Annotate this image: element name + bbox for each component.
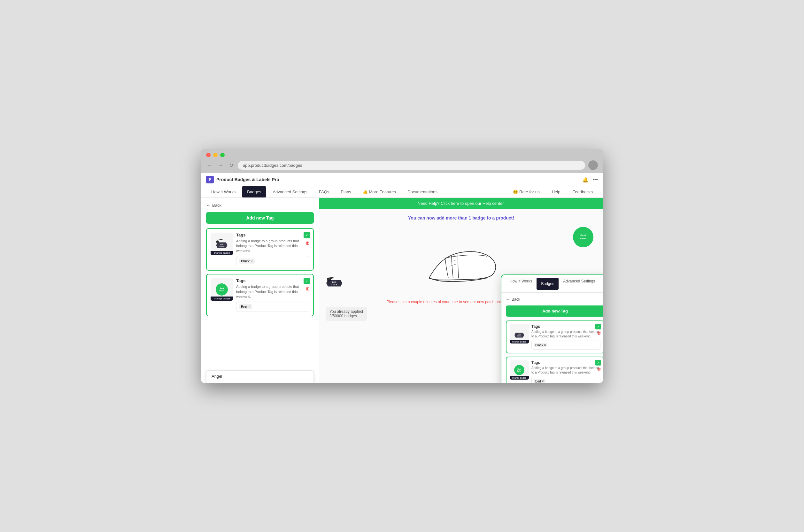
tag-title-2: Tags xyxy=(236,278,309,283)
floating-tag-content-2: Tags Adding a badge to a group products … xyxy=(531,360,600,383)
floating-change-badge-1[interactable]: change badge xyxy=(510,340,529,343)
help-banner[interactable]: Need Help? Click here to open our Help c… xyxy=(319,198,603,209)
floating-chip-black: Black × xyxy=(534,343,548,347)
chip-remove-bed[interactable]: × xyxy=(249,305,251,309)
delete-icon-1[interactable]: 🗑 xyxy=(306,240,310,245)
browser-dots xyxy=(206,153,598,157)
nav-feedbacks[interactable]: Feedbacks xyxy=(567,186,598,197)
floating-bs-line2: Seller xyxy=(517,370,521,372)
nav-faqs[interactable]: FAQs xyxy=(314,186,334,197)
shoe-image xyxy=(416,233,506,291)
tag-desc-2: Adding a badge to a group products that … xyxy=(236,284,309,299)
nav-more-features[interactable]: 👍 More Features xyxy=(358,186,401,197)
floating-chip-x-bed[interactable]: × xyxy=(542,380,544,383)
best-seller-badge: Best Seller xyxy=(216,283,228,296)
badge-preview-1: LOW STOCK change badge xyxy=(211,233,233,255)
back-arrow-icon: ← xyxy=(206,203,210,208)
nav-rate[interactable]: 😊 Rate for us xyxy=(508,186,544,197)
floating-nav-badges[interactable]: Badges xyxy=(537,278,559,290)
floating-tag-desc-1: Adding a badge to a group products that … xyxy=(531,330,600,339)
change-badge-btn-1[interactable]: change badge xyxy=(211,251,233,255)
floating-search-input[interactable] xyxy=(547,379,563,383)
delete-icon-2[interactable]: 🗑 xyxy=(306,286,310,291)
maximize-dot[interactable] xyxy=(220,153,225,157)
close-dot[interactable] xyxy=(206,153,211,157)
tag-chip-black: Black × xyxy=(239,259,255,264)
tag-search-input[interactable] xyxy=(253,304,273,309)
check-icon-2: ✓ xyxy=(304,278,310,284)
floating-back-arrow: ← xyxy=(506,297,510,302)
floating-check-2: ✓ xyxy=(595,360,601,365)
floating-check-1: ✓ xyxy=(595,324,601,329)
floating-tag-desc-2: Adding a badge to a group products that … xyxy=(531,366,600,375)
back-link[interactable]: ← Back xyxy=(206,203,314,208)
address-bar[interactable] xyxy=(238,161,585,170)
floating-change-badge-2[interactable]: change badge xyxy=(510,376,529,380)
floating-tag-content-1: Tags Adding a badge to a group products … xyxy=(531,324,600,349)
tag-dropdown: Angel Beads Bed ✓ Bird Black Blue xyxy=(206,370,314,383)
check-icon-1: ✓ xyxy=(304,232,310,239)
dropdown-item-beads[interactable]: Beads xyxy=(207,382,313,383)
back-label: Back xyxy=(212,203,222,208)
floating-add-tag-button[interactable]: Add new Tag xyxy=(506,305,603,317)
svg-text:LOW: LOW xyxy=(220,244,224,245)
nav-advanced-settings[interactable]: Advanced Settings xyxy=(267,186,312,197)
svg-text:STOCK: STOCK xyxy=(331,283,338,285)
nav-plans[interactable]: Plans xyxy=(336,186,356,197)
browser-window: ← → ↻ P Product Badges & Labels Pro 🔔 ••… xyxy=(201,149,603,383)
tag-card-inner-2: Best Seller change badge Tags Adding a b… xyxy=(211,278,309,312)
floating-back-label: Back xyxy=(512,297,520,302)
best-seller-circle: Best Seller xyxy=(573,227,593,247)
tag-title-1: Tags xyxy=(236,233,309,238)
tag-card-inner-1: LOW STOCK change badge Tags Adding a bad… xyxy=(211,233,309,266)
tag-card-2: ✓ 🗑 Best Seller change badge Tags A xyxy=(206,274,314,316)
floating-nav: How it Works Badges Advanced Settings xyxy=(501,275,603,293)
floating-tag-inner-1: LOW STOCK change badge Tags Adding a bad… xyxy=(510,324,600,349)
floating-nav-advanced-settings[interactable]: Advanced Settings xyxy=(559,275,599,292)
left-panel: ← Back Add new Tag ✓ 🗑 LOW ST xyxy=(201,198,319,383)
bs-line1: Best xyxy=(219,287,224,289)
forward-button[interactable]: → xyxy=(217,162,225,169)
floating-tag-input-1[interactable]: Black × xyxy=(531,341,600,349)
nav-help[interactable]: Help xyxy=(547,186,566,197)
floating-nav-how-it-works[interactable]: How it Works xyxy=(505,275,537,292)
refresh-button[interactable]: ↻ xyxy=(228,162,234,169)
floating-chip-bed: Bed × xyxy=(534,379,545,383)
low-stock-corner: LOW STOCK xyxy=(326,275,343,291)
floating-chip-x[interactable]: × xyxy=(544,343,546,347)
floating-badge-preview-1: LOW STOCK change badge xyxy=(510,324,529,343)
app-topbar: P Product Badges & Labels Pro 🔔 ••• xyxy=(201,173,603,186)
bs-label-line1: Best xyxy=(580,234,586,237)
svg-line-4 xyxy=(217,239,223,240)
patch-note-text: Please take a couple minutes of your tim… xyxy=(387,300,505,304)
nav-documentations[interactable]: Documentations xyxy=(402,186,443,197)
low-stock-preview-badge: LOW STOCK xyxy=(326,275,343,289)
bs-line2: Seller xyxy=(219,289,224,292)
floating-delete-1[interactable]: 🗑 xyxy=(597,331,601,336)
dropdown-item-angel[interactable]: Angel xyxy=(207,370,313,382)
nav-badges[interactable]: Badges xyxy=(242,186,266,197)
change-badge-btn-2[interactable]: change badge xyxy=(211,297,233,301)
chip-remove[interactable]: × xyxy=(251,260,253,263)
tag-content-2: Tags Adding a badge to a group products … xyxy=(236,278,309,312)
more-icon[interactable]: ••• xyxy=(592,177,598,183)
floating-tag-card-2: ✓ 🗑 Best Seller change badge xyxy=(506,357,603,383)
tag-input-1[interactable]: Black × xyxy=(236,256,309,266)
floating-delete-2[interactable]: 🗑 xyxy=(597,367,601,372)
best-seller-corner: Best Seller xyxy=(573,227,593,247)
app-window: P Product Badges & Labels Pro 🔔 ••• How … xyxy=(201,173,603,383)
svg-text:LOW: LOW xyxy=(332,281,337,283)
badges-count-text: You already applied3/50000 badges. xyxy=(329,309,363,318)
add-new-tag-button[interactable]: Add new Tag xyxy=(206,212,314,224)
tag-input-2[interactable]: Bed × xyxy=(236,302,309,312)
floating-back-link[interactable]: ← Back xyxy=(506,297,603,302)
notification-icon[interactable]: 🔔 xyxy=(582,177,589,183)
nav-how-it-works[interactable]: How it Works xyxy=(206,186,241,197)
floating-best-seller-badge: Best Seller xyxy=(514,365,524,375)
floating-tag-input-2[interactable]: Bed × xyxy=(531,377,600,383)
tag-chip-bed: Bed × xyxy=(239,304,252,309)
back-button[interactable]: ← xyxy=(206,162,214,169)
minimize-dot[interactable] xyxy=(213,153,217,157)
tag-card-1: ✓ 🗑 LOW STOCK change ba xyxy=(206,228,314,271)
svg-text:LOW: LOW xyxy=(518,334,521,335)
